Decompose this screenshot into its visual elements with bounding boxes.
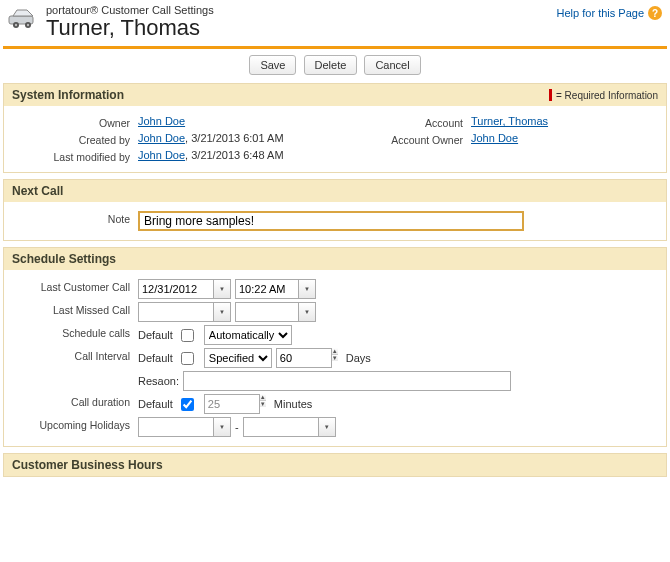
reason-input[interactable] xyxy=(183,371,511,391)
section-business-hours: Customer Business Hours xyxy=(3,453,667,477)
divider-orange xyxy=(3,46,667,49)
page-title: Turner, Thomas xyxy=(46,16,557,40)
lastcall-date-box: ▼ xyxy=(138,279,231,299)
interval-unit: Days xyxy=(346,352,371,364)
lastmissed-date-input[interactable] xyxy=(138,302,214,322)
label-modifiedby: Last modified by xyxy=(12,149,138,163)
label-duration: Call duration xyxy=(12,394,138,408)
lastcall-date-input[interactable] xyxy=(138,279,214,299)
chevron-down-icon: ▼ xyxy=(260,400,266,407)
section-title-sysinfo: System Information xyxy=(12,88,124,102)
duration-default-checkbox[interactable] xyxy=(181,398,194,411)
link-createdby[interactable]: John Doe xyxy=(138,132,185,144)
chevron-down-icon[interactable]: ▼ xyxy=(319,418,335,436)
section-title-schedule: Schedule Settings xyxy=(12,252,116,266)
section-next-call: Next Call Note xyxy=(3,179,667,241)
chevron-down-icon[interactable]: ▼ xyxy=(214,303,230,321)
required-legend: = Required Information xyxy=(549,89,658,101)
delete-button[interactable]: Delete xyxy=(304,55,358,75)
help-link[interactable]: Help for this Page xyxy=(557,7,644,19)
link-modifiedby[interactable]: John Doe xyxy=(138,149,185,161)
interval-mode-select[interactable]: Specified xyxy=(204,348,272,368)
default-label-3: Default xyxy=(138,398,173,410)
save-button[interactable]: Save xyxy=(249,55,296,75)
label-note: Note xyxy=(12,211,138,225)
svg-point-4 xyxy=(27,24,29,26)
link-accowner[interactable]: John Doe xyxy=(471,132,518,144)
holidays-from-input[interactable] xyxy=(138,417,214,437)
holidays-dash: - xyxy=(235,421,239,433)
label-empty-reason xyxy=(12,371,138,373)
label-interval: Call Interval xyxy=(12,348,138,362)
car-icon xyxy=(8,7,40,31)
section-system-info: System Information = Required Informatio… xyxy=(3,83,667,173)
svg-point-3 xyxy=(15,24,17,26)
link-owner[interactable]: John Doe xyxy=(138,115,185,127)
lastcall-time-box: ▼ xyxy=(235,279,316,299)
required-legend-text: = Required Information xyxy=(556,90,658,101)
section-title-hours: Customer Business Hours xyxy=(12,458,163,472)
label-holidays: Upcoming Holidays xyxy=(12,417,138,431)
interval-default-checkbox[interactable] xyxy=(181,352,194,365)
chevron-down-icon[interactable]: ▼ xyxy=(299,303,315,321)
label-accowner: Account Owner xyxy=(345,132,471,146)
lastcall-time-input[interactable] xyxy=(235,279,299,299)
note-input[interactable] xyxy=(138,211,524,231)
chevron-down-icon[interactable]: ▼ xyxy=(214,418,230,436)
text-modifiedby-time: , 3/21/2013 6:48 AM xyxy=(185,149,283,161)
chevron-up-icon[interactable]: ▲ xyxy=(332,348,338,354)
schedcalls-mode-select[interactable]: Automatically xyxy=(204,325,292,345)
default-label-1: Default xyxy=(138,329,173,341)
required-mark-icon xyxy=(549,89,552,101)
label-lastmissed: Last Missed Call xyxy=(12,302,138,316)
lastmissed-time-input[interactable] xyxy=(235,302,299,322)
label-owner: Owner xyxy=(12,115,138,129)
section-title-nextcall: Next Call xyxy=(12,184,63,198)
text-createdby-time: , 3/21/2013 6:01 AM xyxy=(185,132,283,144)
chevron-down-icon[interactable]: ▼ xyxy=(332,354,338,361)
interval-value-input[interactable] xyxy=(276,348,332,368)
chevron-down-icon[interactable]: ▼ xyxy=(214,280,230,298)
holidays-to-input[interactable] xyxy=(243,417,319,437)
duration-unit: Minutes xyxy=(274,398,313,410)
section-schedule: Schedule Settings Last Customer Call ▼ ▼… xyxy=(3,247,667,447)
default-label-2: Default xyxy=(138,352,173,364)
schedcalls-default-checkbox[interactable] xyxy=(181,329,194,342)
duration-value-input xyxy=(204,394,260,414)
help-link-wrap: Help for this Page ? xyxy=(557,4,662,20)
help-icon[interactable]: ? xyxy=(648,6,662,20)
action-buttons: Save Delete Cancel xyxy=(0,55,670,75)
link-account[interactable]: Turner, Thomas xyxy=(471,115,548,127)
cancel-button[interactable]: Cancel xyxy=(364,55,420,75)
label-lastcall: Last Customer Call xyxy=(12,279,138,293)
label-reason: Resaon: xyxy=(138,375,179,387)
label-account: Account xyxy=(345,115,471,129)
label-schedcalls: Schedule calls xyxy=(12,325,138,339)
chevron-down-icon[interactable]: ▼ xyxy=(299,280,315,298)
label-createdby: Created by xyxy=(12,132,138,146)
chevron-up-icon: ▲ xyxy=(260,394,266,400)
